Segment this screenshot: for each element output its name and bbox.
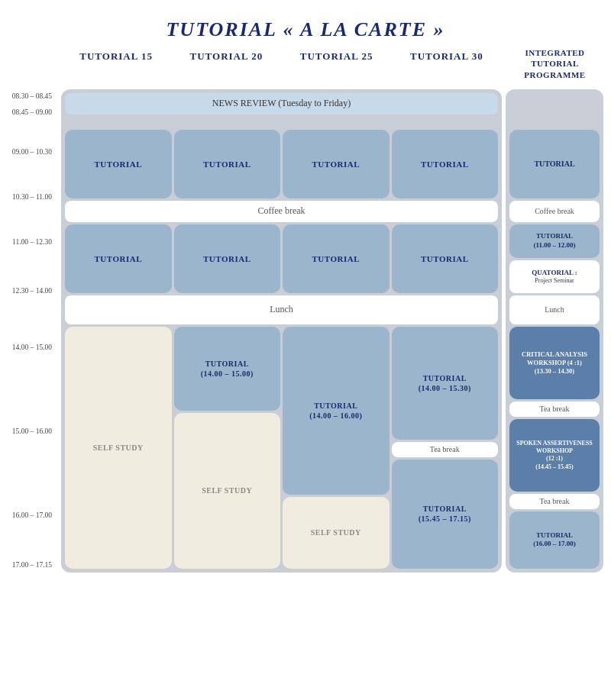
news-review-text: NEWS REVIEW (Tuesday to Friday) <box>212 98 351 109</box>
int-spoken-assertiveness: SPOKEN ASSERTIVENESS WORKSHOP(12 :1)(14.… <box>509 419 600 492</box>
int-tutorial-1100-text: TUTORIAL(11.00 – 12.00) <box>534 232 576 250</box>
tutorial-t30-0900: TUTORIAL <box>392 130 499 198</box>
time-0830: 08.30 – 08.45 <box>12 92 57 100</box>
tutorial-t15-1100: TUTORIAL <box>65 224 172 293</box>
integrated-area: TUTORIAL Coffee break TUTORIAL(11.00 – 1… <box>506 89 603 573</box>
int-tutorial-0900: TUTORIAL <box>509 130 600 198</box>
tea-break-t30: Tea break <box>392 442 499 457</box>
alacarte-header: TUTORIAL 15 TUTORIAL 20 TUTORIAL 25 TUTO… <box>61 47 502 86</box>
col-header-t30: TUTORIAL 30 <box>392 47 502 86</box>
col-header-t20: TUTORIAL 20 <box>171 47 281 86</box>
int-tutorial-1600: TUTORIAL(16.00 – 17.00) <box>509 511 600 569</box>
int-quatorial-sub: Project Seminar <box>535 277 574 285</box>
time-1600: 16.00 – 17.00 <box>12 511 57 519</box>
afternoon-area: SELF STUDY TUTORIAL(14.00 – 15.00) SELF … <box>65 327 498 569</box>
tutorial-t30-1400: TUTORIAL(14.00 – 15.30) <box>392 327 499 440</box>
int-afternoon: CRITICAL ANALYSIS WORKSHOP (4 :1)(13.30 … <box>509 327 600 569</box>
tutorial-t25-0900: TUTORIAL <box>283 130 390 198</box>
int-tea-break1: Tea break <box>509 402 600 417</box>
col-t25-afternoon: TUTORIAL(14.00 – 16.00) SELF STUDY <box>283 327 390 569</box>
page: TUTORIAL « A LA CARTE » 08.30 – 08.45 08… <box>0 0 611 588</box>
tutorial-t20-1400-text: TUTORIAL(14.00 – 15.00) <box>201 359 254 379</box>
int-quatorial-title: QUATORIAL : <box>532 269 577 277</box>
col-header-t25: TUTORIAL 25 <box>282 47 392 86</box>
int-critical-analysis: CRITICAL ANALYSIS WORKSHOP (4 :1)(13.30 … <box>509 327 600 399</box>
lunch-row: Lunch <box>65 295 498 324</box>
time-1230: 12.30 – 14.00 <box>12 287 57 295</box>
main-title: TUTORIAL « A LA CARTE » <box>8 8 603 47</box>
int-1100-area: TUTORIAL(11.00 – 12.00) QUATORIAL : Proj… <box>509 224 600 293</box>
tutorial-t25-1100: TUTORIAL <box>283 224 390 293</box>
tutorial-row-1100: TUTORIAL TUTORIAL TUTORIAL TUTORIAL <box>65 224 498 293</box>
self-study-t20: SELF STUDY <box>174 413 281 569</box>
tutorial-t20-0900: TUTORIAL <box>174 130 281 198</box>
tutorial-t20-1400: TUTORIAL(14.00 – 15.00) <box>174 327 281 411</box>
tutorial-t30-1100: TUTORIAL <box>392 224 499 293</box>
int-spoken-assertiveness-text: SPOKEN ASSERTIVENESS WORKSHOP(12 :1)(14.… <box>512 440 596 472</box>
time-0900: 09.00 – 10.30 <box>12 148 57 156</box>
right-content: TUTORIAL 15 TUTORIAL 20 TUTORIAL 25 TUTO… <box>61 47 603 573</box>
time-1030: 10.30 – 11.00 <box>12 193 57 201</box>
tutorial-t25-1400: TUTORIAL(14.00 – 16.00) <box>283 327 390 495</box>
alacarte-area: NEWS REVIEW (Tuesday to Friday) TUTORIAL… <box>61 89 502 573</box>
header-row: TUTORIAL 15 TUTORIAL 20 TUTORIAL 25 TUTO… <box>61 47 603 86</box>
int-tutorial-1100: TUTORIAL(11.00 – 12.00) <box>509 224 600 259</box>
time-1400: 14.00 – 15.00 <box>12 344 57 351</box>
time-1100: 11.00 – 12.30 <box>12 238 57 246</box>
col-t30-afternoon: TUTORIAL(14.00 – 15.30) Tea break TUTORI… <box>392 327 499 569</box>
col-t20-afternoon: TUTORIAL(14.00 – 15.00) SELF STUDY <box>174 327 281 569</box>
int-critical-analysis-text: CRITICAL ANALYSIS WORKSHOP (4 :1)(13.30 … <box>512 350 596 376</box>
integrated-col-header: INTEGRATED TUTORIAL PROGRAMME <box>506 47 603 86</box>
int-quatorial: QUATORIAL : Project Seminar <box>509 260 600 293</box>
tutorial-t30-1545-text: TUTORIAL(15.45 – 17.15) <box>419 504 471 524</box>
int-tutorial-1600-text: TUTORIAL(16.00 – 17.00) <box>533 531 576 549</box>
int-tutorial-0900-text: TUTORIAL <box>534 159 574 169</box>
tutorial-t30-1400-text: TUTORIAL(14.00 – 15.30) <box>419 373 471 393</box>
tutorial-row-0900: TUTORIAL TUTORIAL TUTORIAL TUTORIAL <box>65 130 498 198</box>
self-study-t15: SELF STUDY <box>65 327 172 569</box>
news-review-row: NEWS REVIEW (Tuesday to Friday) <box>65 93 498 115</box>
int-tea-break2: Tea break <box>509 494 600 509</box>
coffee-break-row: Coffee break <box>65 201 498 222</box>
schedule-wrapper: 08.30 – 08.45 08.45 – 09.00 09.00 – 10.3… <box>8 47 603 573</box>
time-1700: 17.00 – 17.15 <box>12 561 57 569</box>
col-header-t15: TUTORIAL 15 <box>61 47 171 86</box>
tutorial-t30-1545: TUTORIAL(15.45 – 17.15) <box>392 460 499 569</box>
tutorial-t15-0900: TUTORIAL <box>65 130 172 198</box>
time-1500: 15.00 – 16.00 <box>12 427 57 435</box>
time-0845: 08.45 – 09.00 <box>12 108 57 116</box>
gap-row-0845 <box>65 117 498 127</box>
int-gap <box>509 117 600 127</box>
int-news-spacer <box>509 93 600 115</box>
tutorial-t25-1400-text: TUTORIAL(14.00 – 16.00) <box>309 401 362 421</box>
schedule-body: NEWS REVIEW (Tuesday to Friday) TUTORIAL… <box>61 89 603 573</box>
self-study-t25: SELF STUDY <box>283 497 390 569</box>
tutorial-t20-1100: TUTORIAL <box>174 224 281 293</box>
int-coffee-break: Coffee break <box>509 201 600 222</box>
time-column: 08.30 – 08.45 08.45 – 09.00 09.00 – 10.3… <box>8 47 61 573</box>
int-lunch: Lunch <box>509 295 600 324</box>
integrated-header: INTEGRATED TUTORIAL PROGRAMME <box>502 47 603 86</box>
